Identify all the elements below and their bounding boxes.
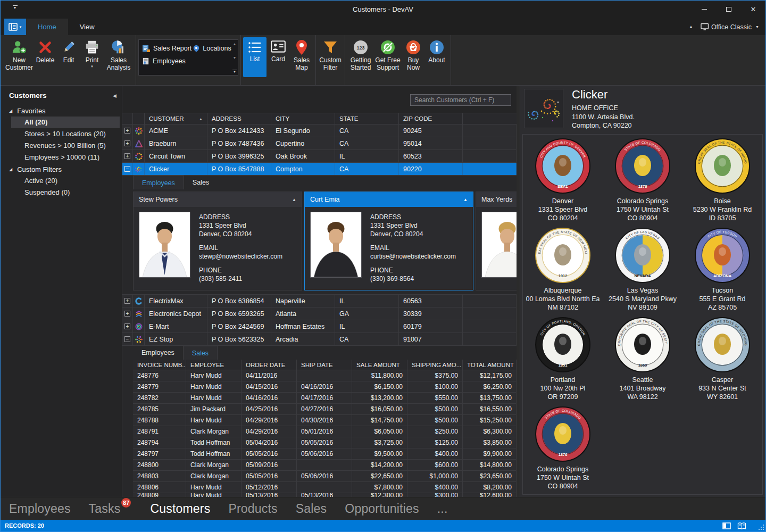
employee-card[interactable]: Curt Emia▲ ADDRESS1331 Speer BlvdDenver,…: [304, 192, 473, 290]
employee-card[interactable]: Stew Powers▲ ADDRESS1331 Speer BlvdDenve…: [133, 192, 302, 290]
sales-analysis-button[interactable]: Sales Analysis: [104, 37, 134, 72]
customer-row[interactable]: +E-MartP O Box 2424569Hoffman EstatesIL6…: [122, 320, 517, 333]
invoice-row[interactable]: 248776Harv Mudd04/11/2016$11,800.00$375.…: [133, 370, 517, 381]
expand-button[interactable]: +: [124, 128, 130, 134]
employee-card-header[interactable]: Stew Powers▲: [134, 192, 302, 207]
customer-row[interactable]: +ElectrixMaxP O Box 6386854NapervilleIL6…: [122, 295, 517, 307]
sidebar-item-all-20[interactable]: All (20): [11, 117, 120, 128]
customer-row[interactable]: +BraeburnP O Box 7487436CupertinoCA95014: [122, 137, 517, 150]
new-customer-button[interactable]: New Customer: [5, 37, 34, 72]
dropdown-expand-icon[interactable]: ▼: [232, 70, 237, 73]
reading-view-icon[interactable]: [737, 522, 746, 530]
expand-button[interactable]: +: [124, 323, 130, 329]
invoice-column-header-total-amount[interactable]: TOTAL AMOUNT: [463, 360, 517, 370]
expand-button[interactable]: +: [124, 140, 130, 146]
buy-now-button[interactable]: Buy Now: [402, 37, 425, 72]
minimize-button[interactable]: [692, 1, 717, 18]
detail-tab-employees[interactable]: Employees: [133, 346, 183, 360]
nav-item-customers[interactable]: Customers: [150, 502, 210, 516]
detail-tab-employees[interactable]: Employees: [133, 176, 184, 189]
tab-view[interactable]: View: [68, 19, 106, 35]
nav-item-tasks[interactable]: Tasks87: [89, 502, 121, 516]
scroll-down-icon[interactable]: ▼: [232, 56, 236, 60]
ribbon-collapse-button[interactable]: ▲: [689, 24, 693, 29]
column-header-customer[interactable]: CUSTOMER▲: [145, 113, 207, 124]
employee-card-header[interactable]: Max Yerds▲: [476, 192, 517, 207]
sidebar-item-employees-10000-11[interactable]: Employees > 10000 (11): [1, 152, 122, 163]
invoice-row[interactable]: 248797Todd Hoffman05/05/201605/06/2016$9…: [133, 448, 517, 460]
resize-grip[interactable]: [758, 524, 764, 530]
invoice-row[interactable]: 248794Todd Hoffman05/04/201605/05/2016$3…: [133, 437, 517, 448]
invoice-row[interactable]: 248803Clark Morgan05/05/201605/06/2016$2…: [133, 471, 517, 482]
invoice-row[interactable]: 248809Harv Mudd05/13/201605/13/2016$12,3…: [133, 493, 517, 497]
skin-selector[interactable]: Office Classic ▼: [701, 23, 759, 31]
customer-row[interactable]: +Electronics DepotP O Box 6593265Atlanta…: [122, 307, 517, 320]
maximize-button[interactable]: [717, 1, 741, 18]
get-free-support-button[interactable]: Get Free Support: [374, 37, 402, 72]
collapse-icon[interactable]: ▲: [463, 197, 468, 202]
sales-map-button[interactable]: Sales Map: [290, 37, 313, 72]
invoice-row[interactable]: 248788Harv Mudd04/29/201604/30/2016$14,7…: [133, 415, 517, 426]
edit-button[interactable]: Edit: [57, 37, 80, 64]
customer-row[interactable]: − EZ StopP O Box 5623325ArcadiaCA91007: [122, 333, 517, 346]
customer-row[interactable]: +ACMEP O Box 2412433El SegundoCA90245: [122, 124, 517, 137]
quick-report-employees[interactable]: Employees: [142, 55, 192, 68]
quick-report-sales-report[interactable]: Sales Report: [142, 42, 192, 55]
custom-filter-button[interactable]: Custom Filter: [318, 37, 343, 72]
detail-tab-sales[interactable]: Sales: [184, 176, 218, 189]
sidebar-group-custom-filters[interactable]: ◢Custom Filters: [1, 163, 122, 175]
delete-button[interactable]: Delete: [34, 37, 57, 64]
expand-button[interactable]: −: [124, 336, 130, 342]
customer-row[interactable]: −ClickerP O Box 8547888ComptonCA90220: [122, 163, 517, 176]
column-header-zip-code[interactable]: ZIP CODE: [399, 113, 463, 124]
list-view-button[interactable]: List: [243, 37, 267, 77]
nav-item-[interactable]: ...: [437, 502, 448, 516]
sidebar-item-stores-10-locations-20[interactable]: Stores > 10 Locations (20): [1, 128, 122, 140]
collapse-icon[interactable]: ▲: [292, 197, 296, 202]
sidebar-item-revenues-100-billion-5[interactable]: Revenues > 100 Billion (5): [1, 140, 122, 152]
tab-home[interactable]: Home: [26, 19, 68, 35]
nav-item-sales[interactable]: Sales: [296, 502, 327, 516]
expand-button[interactable]: +: [124, 311, 130, 317]
column-header-city[interactable]: CITY: [271, 113, 335, 124]
invoice-column-header-invoice-numb[interactable]: INVOICE NUMB...: [133, 360, 186, 370]
employee-card[interactable]: Max Yerds▲: [476, 192, 517, 290]
scroll-up-icon[interactable]: ▲: [232, 42, 236, 46]
sidebar-item-active-20[interactable]: Active (20): [1, 175, 122, 187]
expand-button[interactable]: −: [124, 166, 130, 172]
sidebar-collapse-icon[interactable]: ◀: [113, 93, 116, 98]
print-button[interactable]: Print ▼: [80, 37, 104, 69]
close-button[interactable]: ✕: [741, 1, 765, 18]
invoice-column-header-shipping-amo[interactable]: SHIPPING AMO...: [407, 360, 463, 370]
invoice-row[interactable]: 248800Clark Morgan05/09/2016$14,200.00$6…: [133, 460, 517, 471]
invoice-row[interactable]: 248779Harv Mudd04/15/201604/16/2016$6,15…: [133, 381, 517, 393]
quick-report-locations[interactable]: Locations: [193, 42, 231, 55]
invoice-column-header-employee[interactable]: EMPLOYEE: [186, 360, 242, 370]
invoice-column-header-ship-date[interactable]: SHIP DATE: [297, 360, 352, 370]
invoice-row[interactable]: 248806Harv Mudd05/12/2016$7,800.00$400.0…: [133, 482, 517, 493]
employee-card-header[interactable]: Curt Emia▲: [305, 192, 473, 207]
expand-button[interactable]: +: [124, 153, 130, 159]
layout-panel-icon[interactable]: [722, 522, 731, 530]
invoice-row[interactable]: 248785Jim Packard04/25/201604/27/2016$16…: [133, 404, 517, 415]
invoice-row[interactable]: 248782Harv Mudd04/16/201604/17/2016$13,2…: [133, 393, 517, 404]
nav-item-employees[interactable]: Employees: [9, 502, 71, 516]
sidebar-item-suspended-0[interactable]: Suspended (0): [1, 187, 122, 198]
ribbon-tab-row: ▼ Home View ▲ Office Classic ▼: [1, 19, 765, 35]
column-header-address[interactable]: ADDRESS: [207, 113, 271, 124]
nav-item-opportunities[interactable]: Opportunities: [345, 502, 419, 516]
about-button[interactable]: About: [425, 37, 448, 64]
column-header-state[interactable]: STATE: [335, 113, 399, 124]
detail-tab-sales[interactable]: Sales: [183, 346, 218, 360]
app-menu-button[interactable]: ▼: [4, 19, 26, 35]
search-input[interactable]: [410, 94, 511, 106]
getting-started-button[interactable]: 123 Getting Started: [347, 37, 374, 72]
card-view-button[interactable]: Card: [267, 37, 290, 63]
sidebar-group-favorites[interactable]: ◢Favorites: [1, 105, 122, 117]
invoice-column-header-sale-amount[interactable]: SALE AMOUNT: [352, 360, 407, 370]
nav-item-products[interactable]: Products: [228, 502, 277, 516]
invoice-row[interactable]: 248791Clark Morgan04/29/201605/01/2016$6…: [133, 426, 517, 437]
invoice-column-header-order-date[interactable]: ORDER DATE: [242, 360, 297, 370]
expand-button[interactable]: +: [124, 298, 130, 304]
customer-row[interactable]: +Circuit TownP O Box 3996325Oak BrookIL6…: [122, 150, 517, 163]
